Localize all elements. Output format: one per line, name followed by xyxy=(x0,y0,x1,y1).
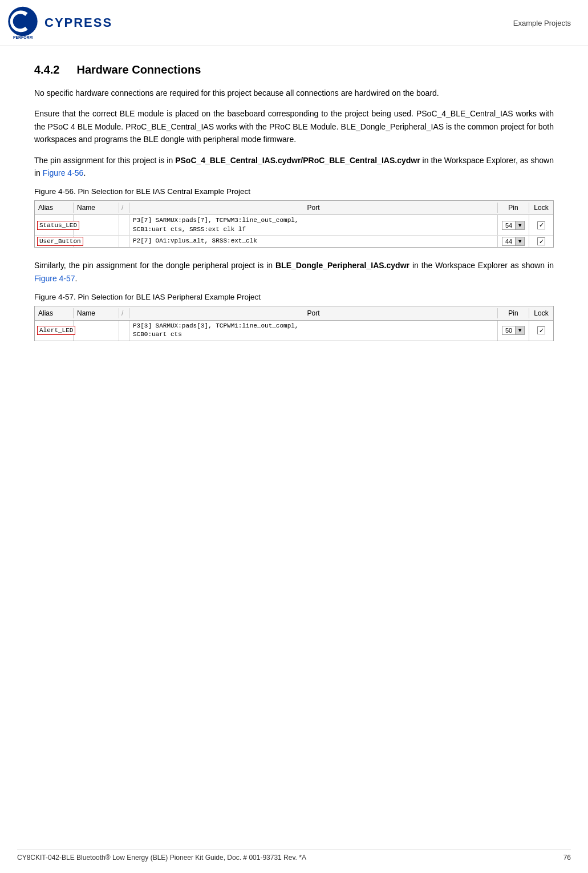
table-57-header: Alias Name / Port Pin Lock xyxy=(35,306,553,321)
col-port-header: Port xyxy=(129,308,498,318)
alias-cell: Status_LED xyxy=(35,215,74,235)
lock-cell[interactable]: ✓ xyxy=(529,236,553,247)
alias-tag: Status_LED xyxy=(37,221,79,230)
col-slash-header: / xyxy=(119,203,129,213)
figure-57-table: Alias Name / Port Pin Lock Alert_LED P3[… xyxy=(34,306,554,341)
header-right-text: Example Projects xyxy=(513,19,571,27)
lock-cell[interactable]: ✓ xyxy=(529,215,553,235)
figure-56-caption: Figure 4-56. Pin Selection for BLE IAS C… xyxy=(34,187,554,196)
main-content: 4.4.2 Hardware Connections No specific h… xyxy=(0,46,588,387)
col-lock-header: Lock xyxy=(529,308,553,318)
logo-area: PERFORM CYPRESS xyxy=(6,6,112,40)
pin-arrow-icon[interactable]: ▼ xyxy=(516,237,525,246)
col-pin-header: Pin xyxy=(498,203,529,213)
lock-checkbox[interactable]: ✓ xyxy=(537,237,545,245)
paragraph-1: No specific hardware connections are req… xyxy=(34,87,554,99)
figure-56-link[interactable]: Figure 4-56 xyxy=(43,168,84,177)
pin-dropdown[interactable]: 44 ▼ xyxy=(502,237,525,246)
port-text: P3[3] SARMUX:pads[3], TCPWM1:line_out_co… xyxy=(133,322,298,340)
alias-cell: Alert_LED xyxy=(35,321,74,341)
figure-57-link[interactable]: Figure 4-57 xyxy=(34,274,75,283)
cypress-logo-icon: PERFORM xyxy=(6,6,40,40)
dongle-bold: BLE_Dongle_Peripheral_IAS.cydwr xyxy=(275,261,409,270)
pin-arrow-icon[interactable]: ▼ xyxy=(516,221,525,230)
pin-cell[interactable]: 44 ▼ xyxy=(498,236,529,247)
name-cell xyxy=(74,215,119,235)
alias-tag: Alert_LED xyxy=(37,326,75,335)
col-name-header: Name xyxy=(74,308,119,318)
slash-cell xyxy=(119,236,129,247)
col-port-header: Port xyxy=(129,203,498,213)
p3-end: . xyxy=(83,168,86,177)
lock-checkbox[interactable]: ✓ xyxy=(537,326,545,334)
pin-value: 54 xyxy=(502,221,516,230)
paragraph-dongle: Similarly, the pin assignment for the do… xyxy=(34,259,554,285)
lock-cell[interactable]: ✓ xyxy=(529,321,553,341)
section-heading: 4.4.2 Hardware Connections xyxy=(34,63,554,76)
footer-page-number: 76 xyxy=(563,854,571,862)
dongle-end: . xyxy=(75,274,78,283)
logo-text: CYPRESS xyxy=(44,15,112,30)
port-cell: P3[7] SARMUX:pads[7], TCPWM3:line_out_co… xyxy=(129,215,498,235)
pin-cell[interactable]: 54 ▼ xyxy=(498,215,529,235)
pin-value: 50 xyxy=(502,326,516,335)
p3-bold: PSoC_4_BLE_Central_IAS.cydwr/PRoC_BLE_Ce… xyxy=(175,156,420,165)
pin-value: 44 xyxy=(502,237,516,246)
pin-arrow-icon[interactable]: ▼ xyxy=(516,326,525,335)
paragraph-3: The pin assignment for this project is i… xyxy=(34,154,554,180)
dongle-suffix: in the Workspace Explorer as shown in xyxy=(409,261,554,270)
figure-57-caption: Figure 4-57. Pin Selection for BLE IAS P… xyxy=(34,293,554,301)
col-lock-header: Lock xyxy=(529,203,553,213)
slash-cell xyxy=(119,321,129,341)
col-alias-header: Alias xyxy=(35,308,74,318)
section-title: Hardware Connections xyxy=(76,63,201,76)
paragraph-2: Ensure that the correct BLE module is pl… xyxy=(34,107,554,146)
section-number: 4.4.2 xyxy=(34,63,59,76)
port-text: P2[7] OA1:vplus_alt, SRSS:ext_clk xyxy=(133,237,257,245)
svg-text:PERFORM: PERFORM xyxy=(13,35,33,39)
port-text: P3[7] SARMUX:pads[7], TCPWM3:line_out_co… xyxy=(133,216,298,234)
col-slash-header: / xyxy=(119,308,129,318)
port-cell: P2[7] OA1:vplus_alt, SRSS:ext_clk xyxy=(129,236,498,247)
slash-cell xyxy=(119,215,129,235)
footer-left: CY8CKIT-042-BLE Bluetooth® Low Energy (B… xyxy=(17,854,306,862)
pin-dropdown[interactable]: 50 ▼ xyxy=(502,326,525,335)
lock-checkbox[interactable]: ✓ xyxy=(537,221,545,229)
pin-cell[interactable]: 50 ▼ xyxy=(498,321,529,341)
table-row: Alert_LED P3[3] SARMUX:pads[3], TCPWM1:l… xyxy=(35,321,553,341)
col-name-header: Name xyxy=(74,203,119,213)
figure-56-table: Alias Name / Port Pin Lock Status_LED P3… xyxy=(34,200,554,248)
name-cell xyxy=(74,321,119,341)
page-footer: CY8CKIT-042-BLE Bluetooth® Low Energy (B… xyxy=(17,850,571,862)
table-row: Status_LED P3[7] SARMUX:pads[7], TCPWM3:… xyxy=(35,215,553,236)
name-cell xyxy=(74,236,119,247)
page-header: PERFORM CYPRESS Example Projects xyxy=(0,0,588,46)
col-alias-header: Alias xyxy=(35,203,74,213)
col-pin-header: Pin xyxy=(498,308,529,318)
p3-prefix: The pin assignment for this project is i… xyxy=(34,156,175,165)
table-56-header: Alias Name / Port Pin Lock xyxy=(35,201,553,215)
dongle-prefix: Similarly, the pin assignment for the do… xyxy=(34,261,275,270)
pin-dropdown[interactable]: 54 ▼ xyxy=(502,221,525,230)
alias-cell: User_Button xyxy=(35,236,74,247)
port-cell: P3[3] SARMUX:pads[3], TCPWM1:line_out_co… xyxy=(129,321,498,341)
table-row: User_Button P2[7] OA1:vplus_alt, SRSS:ex… xyxy=(35,236,553,247)
